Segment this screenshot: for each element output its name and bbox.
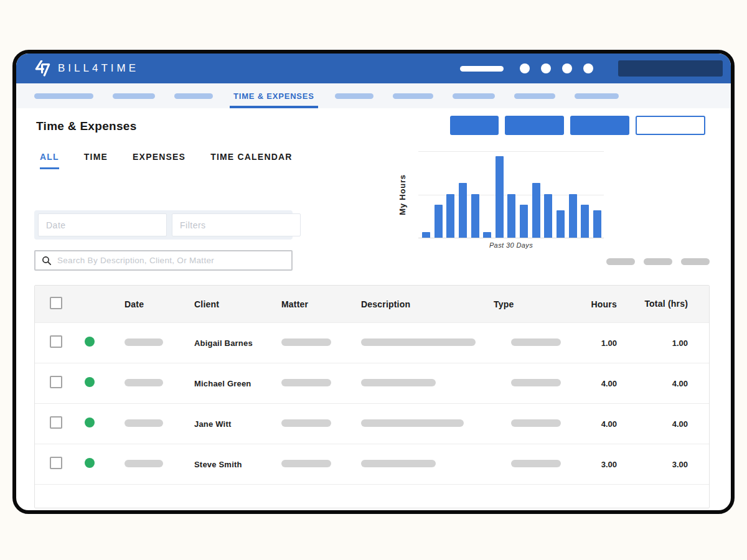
nav-item-placeholder[interactable] — [514, 83, 555, 108]
secondary-action-button[interactable] — [636, 116, 705, 135]
matter-placeholder — [281, 460, 331, 467]
topbar-search-placeholder[interactable] — [618, 60, 723, 77]
bill4time-logo-icon — [34, 60, 51, 77]
chart-bar — [593, 210, 601, 238]
description-placeholder — [361, 419, 464, 427]
action-button-group — [450, 116, 705, 135]
brand-name: BILL4TIME — [58, 62, 139, 75]
type-placeholder — [511, 379, 561, 386]
status-dot-icon — [85, 418, 95, 427]
type-placeholder — [511, 338, 561, 346]
column-header-type: Type — [494, 299, 568, 309]
client-name: Jane Witt — [194, 419, 231, 429]
total-value: 4.00 — [624, 419, 688, 429]
matter-placeholder — [281, 419, 331, 427]
column-header-date: Date — [120, 299, 189, 309]
status-dot-icon — [85, 337, 95, 347]
table-row[interactable]: Abigail Barnes 1.00 1.00 — [35, 322, 709, 363]
app-window: BILL4TIME TIME & EXPENSES Time & — [12, 50, 735, 514]
column-header-client: Client — [189, 299, 276, 309]
topbar-icon-placeholder[interactable] — [520, 63, 530, 73]
row-checkbox[interactable] — [50, 376, 62, 388]
brand-logo[interactable]: BILL4TIME — [34, 60, 139, 77]
primary-action-button[interactable] — [505, 116, 564, 135]
total-value: 3.00 — [624, 460, 688, 469]
status-dot-icon — [85, 377, 95, 387]
toolbar-pill-placeholder[interactable] — [644, 258, 672, 265]
my-hours-bar-chart — [418, 151, 604, 238]
main-navigation: TIME & EXPENSES — [16, 83, 731, 108]
toolbar-pill-placeholder[interactable] — [681, 258, 710, 265]
date-placeholder — [125, 379, 163, 386]
type-placeholder — [511, 460, 561, 467]
search-box[interactable] — [34, 250, 293, 271]
nav-item-placeholder[interactable] — [335, 83, 374, 108]
filters-input[interactable] — [172, 213, 301, 236]
total-value: 1.00 — [624, 338, 688, 348]
nav-item-placeholder[interactable] — [174, 83, 213, 108]
search-icon — [42, 256, 52, 266]
column-header-hours: Hours — [568, 299, 624, 309]
select-all-checkbox[interactable] — [50, 297, 62, 309]
date-placeholder — [125, 419, 163, 427]
tab-all[interactable]: ALL — [40, 152, 59, 169]
description-placeholder — [361, 379, 436, 386]
chart-bar — [483, 232, 491, 238]
row-checkbox[interactable] — [50, 457, 62, 469]
topbar-icon-placeholder[interactable] — [541, 63, 551, 73]
chart-bar — [569, 194, 577, 238]
description-placeholder — [361, 460, 436, 467]
date-placeholder — [125, 460, 163, 467]
chart-bar — [544, 194, 552, 238]
table-toolbar-placeholders — [606, 258, 710, 265]
table-header-row: Date Client Matter Description Type Hour… — [35, 286, 709, 322]
primary-action-button[interactable] — [570, 116, 629, 135]
date-filter-input[interactable] — [38, 213, 167, 236]
chart-x-axis-caption: Past 30 Days — [418, 241, 604, 249]
topbar-icon-placeholder[interactable] — [562, 63, 572, 73]
nav-item-placeholder[interactable] — [34, 83, 93, 108]
column-header-total: Total (hrs) — [624, 299, 688, 310]
chart-bar — [532, 183, 540, 238]
nav-item-time-and-expenses[interactable]: TIME & EXPENSES — [232, 83, 316, 108]
hours-value: 4.00 — [568, 379, 624, 388]
search-input[interactable] — [57, 256, 285, 265]
toolbar-pill-placeholder[interactable] — [606, 258, 635, 265]
client-name: Steve Smith — [194, 460, 242, 469]
chart-bar — [557, 210, 565, 238]
hours-value: 3.00 — [568, 460, 624, 469]
row-checkbox[interactable] — [50, 335, 62, 348]
column-header-description: Description — [356, 299, 494, 309]
primary-action-button[interactable] — [450, 116, 499, 135]
description-placeholder — [361, 338, 476, 346]
total-value: 4.00 — [624, 379, 688, 388]
page-title: Time & Expenses — [36, 119, 137, 133]
nav-item-placeholder[interactable] — [453, 83, 495, 108]
matter-placeholder — [281, 338, 331, 346]
type-placeholder — [511, 419, 561, 427]
status-dot-icon — [85, 458, 95, 468]
chart-bar — [446, 194, 454, 238]
table-row[interactable]: Steve Smith 3.00 3.00 — [35, 444, 709, 484]
date-placeholder — [125, 338, 163, 346]
nav-item-placeholder[interactable] — [113, 83, 155, 108]
tab-expenses[interactable]: EXPENSES — [133, 152, 186, 169]
hours-value: 4.00 — [568, 419, 624, 429]
chart-bar — [422, 232, 430, 238]
chart-bar — [471, 194, 479, 238]
chart-bars — [422, 151, 601, 238]
client-name: Michael Green — [194, 379, 251, 388]
topbar-icon-placeholder[interactable] — [583, 63, 593, 73]
nav-item-placeholder[interactable] — [575, 83, 619, 108]
table-row[interactable]: Michael Green 4.00 4.00 — [35, 363, 709, 403]
nav-item-placeholder[interactable] — [393, 83, 433, 108]
chart-bar — [459, 183, 467, 238]
table-row[interactable]: Jane Witt 4.00 4.00 — [35, 403, 709, 444]
client-name: Abigail Barnes — [194, 338, 253, 348]
topbar-link-placeholder[interactable] — [460, 66, 504, 72]
column-header-matter: Matter — [276, 299, 356, 309]
tab-time-calendar[interactable]: TIME CALENDAR — [210, 152, 292, 169]
row-checkbox[interactable] — [50, 416, 62, 429]
tab-time[interactable]: TIME — [84, 152, 108, 169]
chart-bar — [496, 156, 504, 238]
